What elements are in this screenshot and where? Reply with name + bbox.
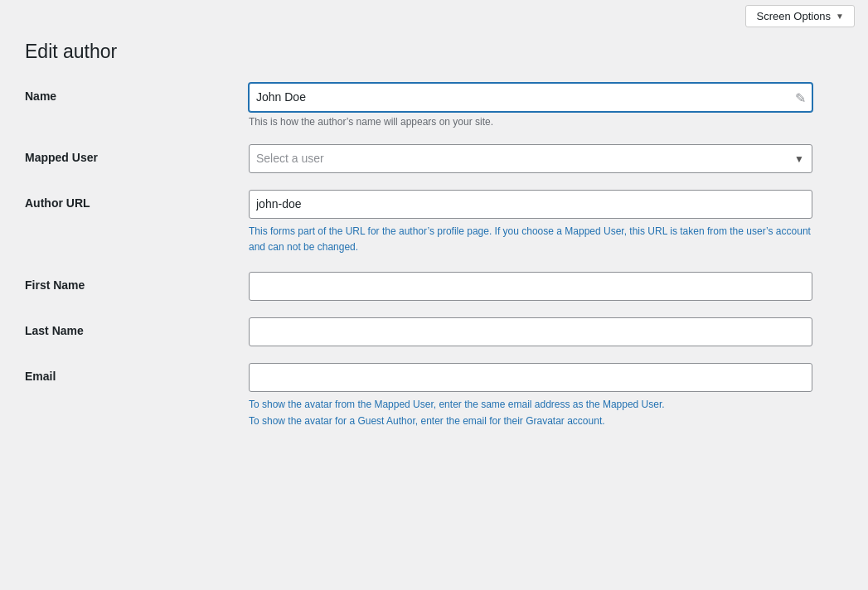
mapped-user-select-wrapper: Select a user ▼ — [249, 144, 812, 173]
email-help-line2: To show the avatar for a Guest Author, e… — [249, 415, 605, 427]
label-author-url: Author URL — [25, 190, 249, 210]
main-content: Edit author Name ✎ This is how the autho… — [0, 32, 868, 471]
form-row-first-name: First Name — [25, 272, 843, 301]
label-mapped-user: Mapped User — [25, 144, 249, 164]
label-name: Name — [25, 83, 249, 103]
first-name-input[interactable] — [249, 272, 812, 301]
screen-options-button[interactable]: Screen Options ▼ — [745, 5, 855, 27]
form-row-name: Name ✎ This is how the author’s name wil… — [25, 83, 843, 128]
name-help-text: This is how the author’s name will appea… — [249, 116, 812, 128]
field-author-url: This forms part of the URL for the autho… — [249, 190, 812, 255]
form-row-author-url: Author URL This forms part of the URL fo… — [25, 190, 843, 255]
label-last-name: Last Name — [25, 317, 249, 337]
label-first-name: First Name — [25, 272, 249, 292]
name-input[interactable] — [249, 83, 812, 112]
email-help-line1: To show the avatar from the Mapped User,… — [249, 399, 665, 410]
page-title: Edit author — [25, 41, 843, 63]
chevron-down-icon: ▼ — [836, 12, 844, 21]
field-last-name — [249, 317, 812, 346]
email-help-text: To show the avatar from the Mapped User,… — [249, 397, 812, 428]
form-row-mapped-user: Mapped User Select a user ▼ — [25, 144, 843, 173]
form-row-email: Email To show the avatar from the Mapped… — [25, 363, 843, 428]
edit-icon: ✎ — [795, 89, 806, 105]
label-email: Email — [25, 363, 249, 383]
author-url-input[interactable] — [249, 190, 812, 219]
field-name: ✎ This is how the author’s name will app… — [249, 83, 812, 128]
form-row-last-name: Last Name — [25, 317, 843, 346]
last-name-input[interactable] — [249, 317, 812, 346]
email-input[interactable] — [249, 363, 812, 392]
screen-options-label: Screen Options — [756, 10, 831, 22]
field-email: To show the avatar from the Mapped User,… — [249, 363, 812, 428]
name-input-wrapper: ✎ — [249, 83, 812, 112]
field-mapped-user: Select a user ▼ — [249, 144, 812, 173]
screen-options-bar: Screen Options ▼ — [0, 0, 868, 32]
field-first-name — [249, 272, 812, 301]
mapped-user-select[interactable]: Select a user — [249, 144, 812, 173]
author-url-help-text: This forms part of the URL for the autho… — [249, 224, 812, 255]
